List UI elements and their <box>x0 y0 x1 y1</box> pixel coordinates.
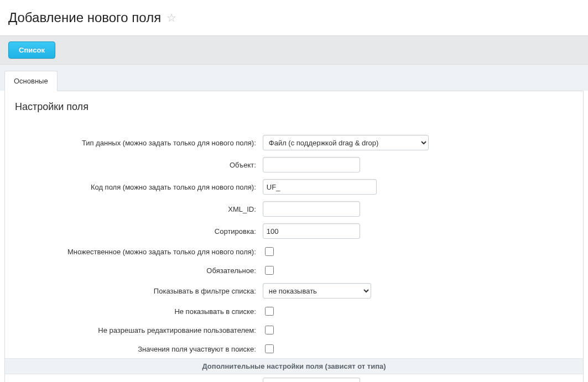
hide-in-list-checkbox[interactable] <box>265 307 274 316</box>
label-show-filter: Показывать в фильтре списка: <box>5 280 259 302</box>
label-extensions: Расширения: <box>5 374 259 383</box>
tab-main[interactable]: Основные <box>4 71 58 91</box>
settings-table: Тип данных (можно задать только для ново… <box>5 132 583 382</box>
object-input[interactable] <box>263 157 360 172</box>
page-title: Добавление нового поля <box>8 10 161 25</box>
label-searchable: Значения поля участвуют в поиске: <box>5 339 259 359</box>
searchable-checkbox[interactable] <box>265 344 274 353</box>
xml-id-input[interactable] <box>263 201 360 217</box>
label-field-code: Код поля (можно задать только для нового… <box>5 176 259 198</box>
multiple-checkbox[interactable] <box>265 247 274 256</box>
required-checkbox[interactable] <box>265 266 274 275</box>
label-multiple: Множественное (можно задать только для н… <box>5 242 259 261</box>
label-object: Объект: <box>5 154 259 176</box>
tabs-row: Основные <box>0 65 588 91</box>
label-sort: Сортировка: <box>5 220 259 242</box>
list-button[interactable]: Список <box>8 41 55 59</box>
data-type-select[interactable]: Файл (с поддержкой drag & drop) <box>263 135 429 150</box>
field-code-input[interactable] <box>263 179 377 195</box>
sort-input[interactable] <box>263 223 360 239</box>
label-deny-user-edit: Не разрешать редактирование пользователе… <box>5 321 259 339</box>
extensions-input[interactable] <box>263 378 360 382</box>
section-title: Настройки поля <box>5 91 583 118</box>
label-hide-in-list: Не показывать в списке: <box>5 302 259 321</box>
deny-user-edit-checkbox[interactable] <box>265 326 274 334</box>
label-xml-id: XML_ID: <box>5 198 259 220</box>
sub-heading: Дополнительные настройки поля (зависят о… <box>5 359 583 374</box>
label-data-type: Тип данных (можно задать только для ново… <box>5 132 259 154</box>
toolbar: Список <box>0 35 588 65</box>
show-filter-select[interactable]: не показывать <box>263 283 371 299</box>
form-panel: Настройки поля Тип данных (можно задать … <box>4 91 584 382</box>
favorite-star-icon[interactable]: ☆ <box>166 11 176 24</box>
label-required: Обязательное: <box>5 261 259 280</box>
